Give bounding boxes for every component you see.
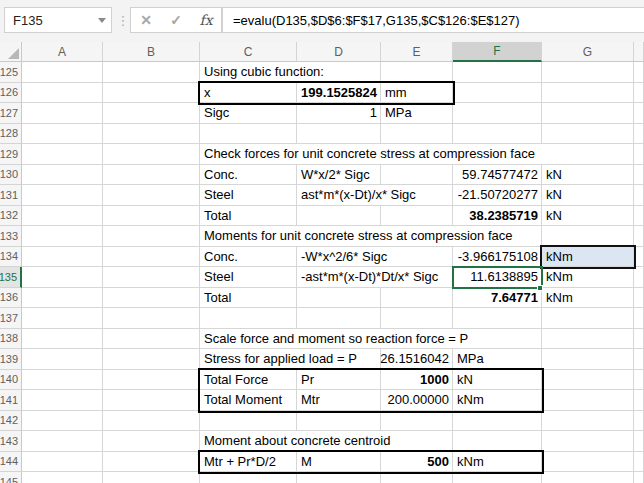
cell-F145[interactable] — [453, 472, 542, 483]
cell-A145[interactable] — [22, 472, 103, 483]
cell-D135[interactable]: -ast*m*(x-Dt)*Dt/x* Sigc — [297, 267, 453, 288]
cell-C139[interactable]: Stress for applied load = P — [200, 349, 381, 370]
cell-G136[interactable]: kNm — [542, 288, 634, 309]
cell-C134[interactable]: Conc. — [200, 247, 297, 268]
cell-F139[interactable]: MPa — [453, 349, 542, 370]
cell-C145[interactable] — [200, 472, 297, 483]
cell-B140[interactable] — [103, 370, 200, 391]
cell-B130[interactable] — [103, 165, 200, 186]
cell-A132[interactable] — [22, 206, 103, 227]
cell-E141[interactable]: 200.00000 — [381, 390, 453, 411]
column-header-A[interactable]: A — [22, 42, 103, 62]
cell-F143[interactable] — [453, 431, 542, 452]
cell-C137[interactable] — [200, 308, 297, 329]
cell-B126[interactable] — [103, 83, 200, 104]
fill-handle[interactable] — [537, 285, 543, 291]
cell-C140[interactable]: Total Force — [200, 370, 297, 391]
cell-D134[interactable]: -W*x^2/6* Sigc — [297, 247, 453, 268]
cell-D140[interactable]: Pr — [297, 370, 381, 391]
row-header-142[interactable]: 142 — [0, 411, 22, 432]
cell-D137[interactable] — [297, 308, 381, 329]
cell-F131[interactable]: -21.50720277 — [453, 185, 542, 206]
cell-C135[interactable]: Steel — [200, 267, 297, 288]
cell-E136[interactable] — [381, 288, 453, 309]
cell-E128[interactable] — [381, 124, 453, 145]
cell-B134[interactable] — [103, 247, 200, 268]
cell-A137[interactable] — [22, 308, 103, 329]
name-box-value[interactable]: F135 — [5, 13, 93, 28]
cell-B129[interactable] — [103, 144, 200, 165]
cell-A129[interactable] — [22, 144, 103, 165]
column-header-E[interactable]: E — [381, 42, 453, 62]
cell-C131[interactable]: Steel — [200, 185, 297, 206]
cell-G144[interactable] — [542, 452, 634, 473]
cell-G131[interactable]: kN — [542, 185, 634, 206]
cell-A139[interactable] — [22, 349, 103, 370]
row-header-140[interactable]: 140 — [0, 370, 22, 391]
cell-G142[interactable] — [542, 411, 634, 432]
row-header-127[interactable]: 127 — [0, 103, 22, 124]
row-header-126[interactable]: 126 — [0, 83, 22, 104]
enter-icon[interactable]: ✓ — [163, 8, 189, 32]
cell-A130[interactable] — [22, 165, 103, 186]
cell-G138[interactable] — [542, 329, 634, 350]
cell-D144[interactable]: M — [297, 452, 381, 473]
cell-A126[interactable] — [22, 83, 103, 104]
cell-B127[interactable] — [103, 103, 200, 124]
cell-A141[interactable] — [22, 390, 103, 411]
name-box[interactable]: F135 — [4, 7, 112, 33]
row-header-143[interactable]: 143 — [0, 431, 22, 452]
cell-E137[interactable] — [381, 308, 453, 329]
cell-D141[interactable]: Mtr — [297, 390, 381, 411]
cell-B139[interactable] — [103, 349, 200, 370]
row-header-144[interactable]: 144 — [0, 452, 22, 473]
row-header-145[interactable]: 145 — [0, 472, 22, 483]
cell-G141[interactable] — [542, 390, 634, 411]
cell-C144[interactable]: Mtr + Pr*D/2 — [200, 452, 297, 473]
cell-G125[interactable] — [542, 62, 634, 83]
cell-F126[interactable] — [453, 83, 542, 104]
cell-F136[interactable]: 7.64771 — [453, 288, 542, 309]
row-header-130[interactable]: 130 — [0, 165, 22, 186]
cell-E142[interactable] — [381, 411, 453, 432]
column-header-G[interactable]: G — [542, 42, 634, 62]
row-header-135[interactable]: 135 — [0, 267, 22, 288]
cell-G134[interactable]: kNm — [542, 247, 634, 268]
cell-F127[interactable] — [453, 103, 542, 124]
cell-B128[interactable] — [103, 124, 200, 145]
cell-C127[interactable]: Sigc — [200, 103, 297, 124]
cell-F134[interactable]: -3.966175108 — [453, 247, 542, 268]
cell-B132[interactable] — [103, 206, 200, 227]
cell-D131[interactable]: ast*m*(x-Dt)/x* Sigc — [297, 185, 453, 206]
row-header-141[interactable]: 141 — [0, 390, 22, 411]
cell-F128[interactable] — [453, 124, 542, 145]
cell-E139[interactable]: 26.1516042 — [381, 349, 453, 370]
cell-C142[interactable] — [200, 411, 297, 432]
cell-D127[interactable]: 1 — [297, 103, 381, 124]
cell-D145[interactable] — [297, 472, 381, 483]
cell-C136[interactable]: Total — [200, 288, 297, 309]
cell-G126[interactable] — [542, 83, 634, 104]
cell-G140[interactable] — [542, 370, 634, 391]
column-header-D[interactable]: D — [297, 42, 381, 62]
cell-C128[interactable] — [200, 124, 297, 145]
cell-E145[interactable] — [381, 472, 453, 483]
cell-A128[interactable] — [22, 124, 103, 145]
cell-C125[interactable]: Using cubic function: — [200, 62, 381, 83]
cell-C141[interactable]: Total Moment — [200, 390, 297, 411]
cell-G127[interactable] — [542, 103, 634, 124]
cell-C126[interactable]: x — [200, 83, 297, 104]
cell-B133[interactable] — [103, 226, 200, 247]
column-header-F[interactable]: F — [453, 42, 542, 62]
cell-C129[interactable]: Check forces for unit concrete stress at… — [200, 144, 634, 165]
formula-bar-input[interactable]: =evalu(D135,$D$6:$F$17,G135,$C$126:$E$12… — [222, 7, 644, 33]
row-header-134[interactable]: 134 — [0, 247, 22, 268]
row-header-136[interactable]: 136 — [0, 288, 22, 309]
cell-E132[interactable] — [381, 206, 453, 227]
cell-B136[interactable] — [103, 288, 200, 309]
cell-A135[interactable] — [22, 267, 103, 288]
row-header-133[interactable]: 133 — [0, 226, 22, 247]
cell-A131[interactable] — [22, 185, 103, 206]
cell-G132[interactable]: kN — [542, 206, 634, 227]
cell-F141[interactable]: kNm — [453, 390, 542, 411]
